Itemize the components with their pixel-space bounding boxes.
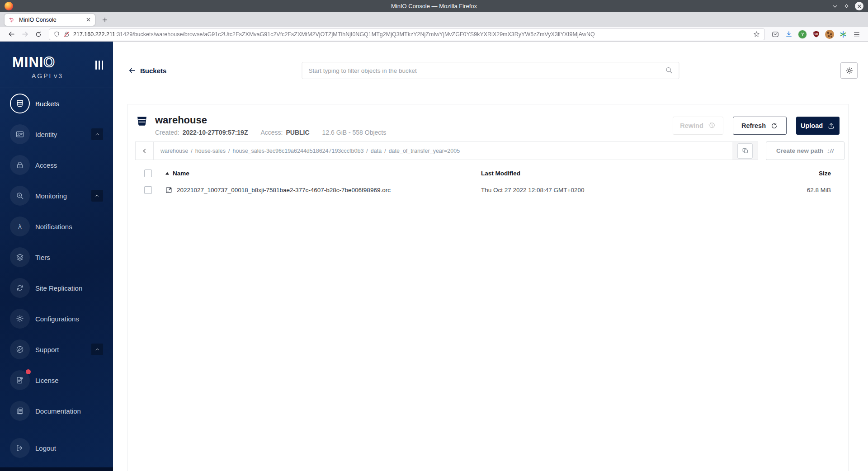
copy-path-button[interactable] — [737, 143, 753, 159]
chevron-up-icon[interactable] — [91, 344, 103, 355]
sidebar-menu: Buckets Identity Access — [0, 88, 113, 471]
sidebar-item-site-replication[interactable]: Site Replication — [0, 273, 113, 303]
bucket-icon — [136, 115, 148, 127]
bucket-header: warehouse Created:2022-10-27T09:57:19Z A… — [128, 104, 848, 136]
bucket-settings-button[interactable] — [840, 62, 858, 79]
rewind-label: Rewind — [680, 122, 703, 129]
filter-objects-input[interactable] — [302, 62, 679, 79]
modified-column-header[interactable]: Last Modified — [481, 170, 731, 177]
search-icon — [665, 66, 674, 75]
sidebar-collapse-icon[interactable] — [95, 61, 104, 70]
chevron-up-icon[interactable] — [91, 128, 103, 140]
breadcrumb-back-button[interactable] — [136, 142, 154, 160]
new-tab-button[interactable] — [99, 14, 111, 26]
cookie-extension-icon[interactable] — [823, 28, 836, 41]
gear-icon — [845, 66, 854, 75]
breadcrumb-separator: / — [366, 148, 368, 154]
sidebar-item-access[interactable]: Access — [0, 150, 113, 180]
buckets-icon — [10, 94, 30, 113]
url-bar[interactable]: 217.160.222.211:31429/buckets/warehouse/… — [49, 28, 765, 40]
page-header: Buckets — [113, 62, 868, 79]
sidebar-item-license[interactable]: License — [0, 365, 113, 396]
sidebar-item-logout[interactable]: Logout — [0, 433, 113, 463]
menu-icon[interactable] — [850, 28, 863, 41]
back-link-label: Buckets — [140, 67, 166, 75]
chevron-up-icon[interactable] — [91, 190, 103, 202]
bookmark-star-icon[interactable] — [753, 30, 760, 38]
breadcrumb-segment[interactable]: warehouse — [160, 148, 188, 154]
bucket-summary: 12.6 GiB - 558 Objects — [322, 129, 387, 136]
sidebar-item-notifications[interactable]: λ Notifications — [0, 211, 113, 242]
window-minimize-icon[interactable] — [832, 3, 838, 9]
create-new-path-button[interactable]: Create new path :// — [766, 141, 844, 160]
bucket-meta: Created:2022-10-27T09:57:19Z Access:PUBL… — [155, 129, 386, 136]
extension-green-icon[interactable] — [796, 28, 809, 41]
refresh-button[interactable]: Refresh — [733, 117, 787, 135]
back-to-buckets-link[interactable]: Buckets — [128, 66, 166, 75]
bucket-access: Access:PUBLIC — [260, 129, 309, 136]
gear-icon — [10, 309, 30, 329]
search-container — [302, 62, 679, 79]
sidebar-item-label: Site Replication — [35, 284, 82, 292]
table-header-row: Name Last Modified Size — [128, 166, 848, 181]
table-row[interactable]: 20221027_100737_00018_b8xji-7581bae2-377… — [128, 181, 848, 198]
tab-close-icon[interactable] — [86, 17, 91, 22]
asterisk-extension-icon[interactable] — [836, 28, 850, 41]
documentation-icon — [10, 401, 30, 421]
sidebar-item-documentation[interactable]: Documentation — [0, 396, 113, 426]
object-name: 20221027_100737_00018_b8xji-7581bae2-377… — [177, 187, 391, 193]
path-slashes-icon: :// — [827, 147, 834, 154]
firefox-logo-icon — [5, 2, 13, 10]
sidebar-item-label: Tiers — [35, 254, 50, 261]
lock-icon — [10, 155, 30, 175]
object-file-icon — [165, 186, 173, 194]
object-name-cell[interactable]: 20221027_100737_00018_b8xji-7581bae2-377… — [165, 186, 481, 194]
sidebar-item-identity[interactable]: Identity — [0, 119, 113, 150]
forward-button[interactable] — [18, 28, 32, 40]
pocket-icon[interactable] — [769, 28, 782, 41]
sidebar-item-configurations[interactable]: Configurations — [0, 303, 113, 334]
minio-wordmark: MINIO — [12, 55, 104, 69]
chevron-left-icon — [141, 147, 148, 155]
window-maximize-icon[interactable] — [843, 3, 850, 9]
objects-table: Name Last Modified Size 20221027_100737_… — [128, 166, 848, 198]
row-checkbox[interactable] — [144, 186, 152, 194]
downloads-icon[interactable] — [782, 28, 796, 41]
breadcrumb-separator: / — [228, 148, 230, 154]
copy-path-zone — [732, 142, 758, 160]
url-text[interactable]: 217.160.222.211:31429/buckets/warehouse/… — [73, 31, 750, 38]
sidebar-logo: MINIO AGPLv3 — [0, 42, 113, 88]
sidebar-item-label: Documentation — [35, 407, 81, 415]
back-button[interactable] — [5, 28, 18, 40]
sidebar-item-support[interactable]: Support — [0, 334, 113, 365]
ublock-extension-icon[interactable]: UO — [809, 28, 823, 41]
browser-nav-toolbar: 217.160.222.211:31429/buckets/warehouse/… — [0, 27, 868, 42]
window-close-icon[interactable] — [855, 2, 863, 10]
browser-tab[interactable]: MinIO Console — [5, 14, 95, 26]
access-value: PUBLIC — [286, 129, 309, 136]
breadcrumb-segment[interactable]: house-sales — [195, 148, 226, 154]
breadcrumb-segment[interactable]: house_sales-3ec96c19a6244d5186247193cccf… — [233, 148, 364, 154]
size-column-header[interactable]: Size — [731, 170, 831, 177]
sidebar-item-label: Monitoring — [35, 192, 67, 200]
shield-permissions-icon[interactable] — [53, 31, 60, 38]
minio-console-app: MINIO AGPLv3 Buckets Identity — [0, 42, 868, 471]
name-column-header[interactable]: Name — [165, 170, 481, 177]
bucket-created: Created:2022-10-27T09:57:19Z — [155, 129, 248, 136]
sidebar-item-monitoring[interactable]: Monitoring — [0, 180, 113, 211]
breadcrumb-segment[interactable]: date_of_transfer_year=2005 — [389, 148, 460, 154]
sidebar-item-tiers[interactable]: Tiers — [0, 242, 113, 273]
layers-icon — [10, 247, 30, 267]
reload-button[interactable] — [32, 28, 45, 40]
sidebar-item-label: Logout — [35, 444, 56, 452]
bucket-info: warehouse Created:2022-10-27T09:57:19Z A… — [155, 114, 386, 136]
url-host: 217.160.222.211 — [73, 31, 115, 38]
rewind-button[interactable]: Rewind — [673, 117, 723, 135]
upload-button[interactable]: Upload — [796, 117, 840, 135]
breadcrumb-segment[interactable]: data — [371, 148, 382, 154]
select-all-checkbox[interactable] — [144, 170, 152, 177]
replication-icon — [10, 278, 30, 298]
breadcrumb-path: warehouse / house-sales / house_sales-3e… — [154, 142, 732, 160]
sidebar-item-buckets[interactable]: Buckets — [0, 88, 113, 119]
insecure-lock-icon[interactable] — [63, 31, 70, 38]
